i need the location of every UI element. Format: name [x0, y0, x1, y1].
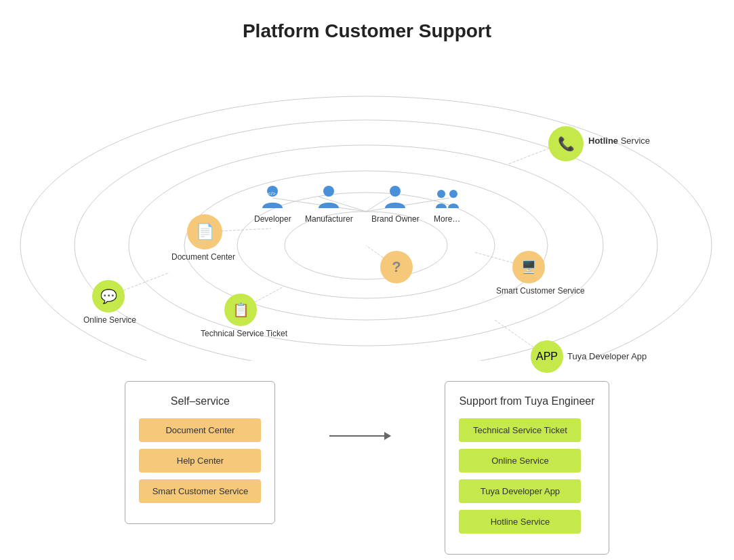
technical-ticket-icon[interactable]: 📋: [224, 294, 257, 326]
svg-point-19: [323, 186, 334, 197]
support-tuya-box: Support from Tuya Engineer Technical Ser…: [445, 381, 609, 555]
diagram-area: 📄 Document Center 💬 Online Service 📋 Tec…: [0, 49, 734, 374]
more-label: More…: [434, 214, 460, 224]
smart-customer-icon[interactable]: 🖥️: [512, 251, 545, 283]
help-center-icon[interactable]: ?: [380, 251, 413, 283]
svg-text:</>: </>: [268, 191, 276, 197]
tuya-developer-app-icon[interactable]: APP: [531, 340, 563, 373]
bottom-section: Self–service Document Center Help Center…: [0, 381, 734, 555]
developer-label: Developer: [254, 214, 291, 224]
tuya-developer-app-label: Tuya Developer App: [567, 351, 647, 361]
manufacturer-person[interactable]: Manufacturer: [305, 184, 353, 224]
hotline-service-icon[interactable]: 📞: [548, 126, 584, 161]
arrow-container: [329, 435, 390, 437]
online-service-button[interactable]: Online Service: [459, 449, 581, 473]
online-service-label: Online Service: [76, 315, 144, 325]
developer-person[interactable]: </> Developer: [254, 184, 291, 224]
svg-point-21: [437, 190, 445, 198]
smart-customer-label: Smart Customer Service: [496, 286, 585, 296]
manufacturer-label: Manufacturer: [305, 214, 353, 224]
technical-service-ticket-button[interactable]: Technical Service Ticket: [459, 418, 581, 442]
page-title: Platform Customer Support: [0, 0, 734, 42]
technical-ticket-label: Technical Service Ticket: [200, 329, 288, 338]
arrow-line: [329, 435, 390, 437]
document-center-icon[interactable]: 📄: [187, 214, 222, 249]
hotline-service-label: Hotline Service: [588, 136, 650, 146]
self-service-title: Self–service: [139, 395, 261, 407]
svg-point-22: [449, 190, 457, 198]
online-service-icon[interactable]: 💬: [92, 280, 125, 313]
help-center-button[interactable]: Help Center: [139, 449, 261, 473]
self-service-box: Self–service Document Center Help Center…: [125, 381, 275, 524]
brand-owner-label: Brand Owner: [371, 214, 420, 224]
document-center-label: Document Center: [163, 252, 244, 262]
hotline-service-button[interactable]: Hotline Service: [459, 510, 581, 534]
svg-point-20: [390, 186, 401, 197]
document-center-button[interactable]: Document Center: [139, 418, 261, 442]
support-tuya-title: Support from Tuya Engineer: [459, 395, 594, 407]
smart-customer-service-button[interactable]: Smart Customer Service: [139, 479, 261, 503]
tuya-developer-app-button[interactable]: Tuya Developer App: [459, 479, 581, 503]
brand-owner-person[interactable]: Brand Owner: [371, 184, 420, 224]
more-person[interactable]: More…: [434, 184, 460, 224]
